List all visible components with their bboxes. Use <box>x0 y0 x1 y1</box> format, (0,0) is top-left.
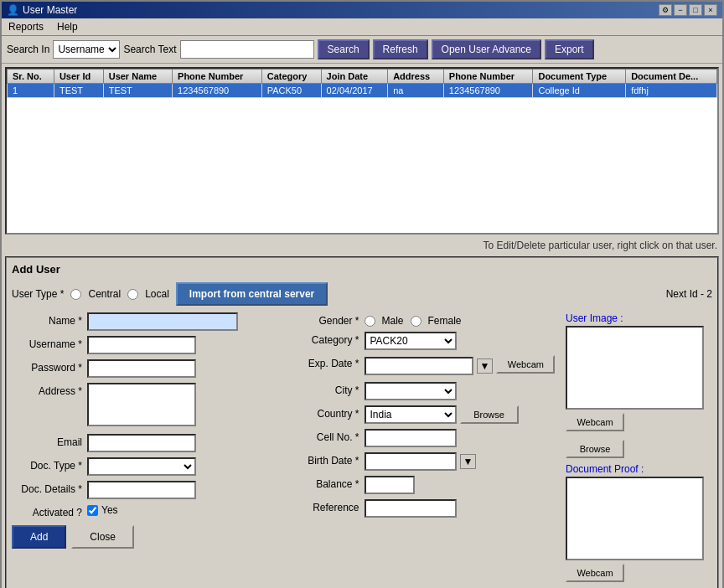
col-phone: Phone Number <box>173 70 262 84</box>
col-category: Category <box>261 70 321 84</box>
search-in-label: Search In <box>7 44 49 55</box>
col-doc-type: Document Type <box>533 70 626 84</box>
username-row: Username * <box>12 336 281 354</box>
col-join-date: Join Date <box>321 70 388 84</box>
webcam-button-user[interactable]: Webcam <box>566 413 624 431</box>
cell-address: na <box>388 84 444 98</box>
toolbar: Search In Username Email Phone Search Te… <box>2 36 722 64</box>
table-row[interactable]: 1 TEST TEST 1234567890 PACK50 02/04/2017… <box>8 84 717 98</box>
document-proof-label: Document Proof : <box>566 463 712 475</box>
password-label: Password * <box>12 359 87 374</box>
central-radio[interactable] <box>70 289 81 300</box>
minimize-button[interactable]: − <box>674 4 687 16</box>
email-row: Email <box>12 434 281 452</box>
email-field <box>87 434 281 452</box>
settings-icon[interactable]: ⚙ <box>659 4 672 16</box>
form-grid: Name * Username * Password * <box>12 312 712 588</box>
browse-button-1[interactable]: Browse <box>460 405 519 424</box>
address-field <box>87 383 281 429</box>
central-label: Central <box>88 288 121 300</box>
gender-label: Gender * <box>289 312 365 327</box>
doc-proof-section: Document Proof : Webcam Browse <box>566 463 712 588</box>
category-row: Category * PACK20 PACK50 PACK100 <box>289 332 558 350</box>
browse-button-user[interactable]: Browse <box>566 440 624 458</box>
email-input[interactable] <box>87 434 196 452</box>
username-field <box>87 336 281 354</box>
add-button[interactable]: Add <box>12 525 66 549</box>
activated-row: Activated ? Yes <box>12 504 281 518</box>
window-icon: 👤 <box>7 4 19 16</box>
address-label: Address * <box>12 383 87 397</box>
balance-input[interactable]: 0 <box>365 476 415 494</box>
male-radio[interactable] <box>365 316 375 327</box>
open-user-advance-button[interactable]: Open User Advance <box>432 39 541 59</box>
doc-type-select[interactable]: Aadhar PAN College Id Passport <box>87 457 196 476</box>
menu-help[interactable]: Help <box>54 20 81 34</box>
form-left-col: Name * Username * Password * <box>12 312 281 588</box>
password-input[interactable] <box>87 359 196 378</box>
reference-field <box>365 499 558 518</box>
export-button[interactable]: Export <box>545 39 594 59</box>
table-header-row: Sr. No. User Id User Name Phone Number C… <box>8 70 717 84</box>
section-title: Add User <box>12 263 712 276</box>
cell-phone: 1234567890 <box>173 84 262 98</box>
exp-date-dropdown-icon[interactable]: ▼ <box>477 358 494 374</box>
maximize-button[interactable]: □ <box>689 4 702 16</box>
exp-date-row: Exp. Date * 06-Mar-2017 00:00 ▼ Webcam <box>289 355 558 377</box>
hint-bar: To Edit/Delete particular user, right cl… <box>2 238 722 253</box>
birth-date-dropdown-icon[interactable]: ▼ <box>460 454 477 469</box>
user-image-label: User Image : <box>566 312 712 324</box>
search-text-label: Search Text <box>123 44 176 55</box>
user-table-area: Sr. No. User Id User Name Phone Number C… <box>5 67 719 235</box>
col-sr-no: Sr. No. <box>8 70 54 84</box>
country-select[interactable]: India USA UK <box>365 405 457 424</box>
form-image-col: User Image : Webcam Browse Document Proo… <box>566 312 712 588</box>
address-row: Address * <box>12 383 281 429</box>
refresh-button[interactable]: Refresh <box>373 39 428 59</box>
document-proof-box <box>566 477 704 560</box>
category-select[interactable]: PACK20 PACK50 PACK100 <box>365 332 457 350</box>
city-select[interactable] <box>365 382 457 400</box>
name-field <box>87 312 281 331</box>
doc-details-input[interactable] <box>87 481 196 499</box>
address-input[interactable] <box>87 383 196 426</box>
activated-checkbox[interactable] <box>87 505 98 516</box>
city-row: City * <box>289 382 558 400</box>
category-label: Category * <box>289 332 365 346</box>
name-input[interactable] <box>87 312 238 331</box>
search-button[interactable]: Search <box>318 39 370 59</box>
col-address: Address <box>388 70 444 84</box>
import-button[interactable]: Import from central server <box>176 282 328 306</box>
birth-date-input[interactable]: 06-Feb-2017 <box>365 452 457 471</box>
doc-type-field: Aadhar PAN College Id Passport <box>87 457 281 476</box>
cell-no-input[interactable] <box>365 429 457 447</box>
search-in-select[interactable]: Username Email Phone <box>53 40 120 59</box>
password-row: Password * <box>12 359 281 378</box>
username-label: Username * <box>12 336 87 350</box>
close-button[interactable]: Close <box>71 525 134 549</box>
webcam-button-doc[interactable]: Webcam <box>566 564 624 582</box>
menu-reports[interactable]: Reports <box>5 20 47 34</box>
cell-sr: 1 <box>8 84 54 98</box>
doc-type-label: Doc. Type * <box>12 457 87 472</box>
cell-join-date: 02/04/2017 <box>321 84 388 98</box>
exp-date-input[interactable]: 06-Mar-2017 00:00 <box>365 357 473 375</box>
form-right-col: Gender * Male Female Category * PACK20 P… <box>289 312 558 588</box>
doc-details-row: Doc. Details * <box>12 481 281 499</box>
close-window-button[interactable]: × <box>704 4 717 16</box>
username-input[interactable] <box>87 336 196 354</box>
local-radio[interactable] <box>127 289 138 300</box>
name-row: Name * <box>12 312 281 331</box>
search-text-input[interactable] <box>180 40 314 59</box>
hint-text: To Edit/Delete particular user, right cl… <box>484 240 717 251</box>
title-bar: 👤 User Master ⚙ − □ × <box>2 2 722 18</box>
country-row: Country * India USA UK Browse <box>289 405 558 424</box>
col-doc-detail: Document De... <box>626 70 717 84</box>
title-bar-left: 👤 User Master <box>7 4 77 16</box>
cell-user-id: TEST <box>54 84 103 98</box>
bottom-buttons: Add Close <box>12 525 281 549</box>
female-radio[interactable] <box>411 316 421 327</box>
webcam-button-1[interactable]: Webcam <box>496 355 555 374</box>
reference-input[interactable] <box>365 499 457 518</box>
user-table: Sr. No. User Id User Name Phone Number C… <box>7 69 717 98</box>
